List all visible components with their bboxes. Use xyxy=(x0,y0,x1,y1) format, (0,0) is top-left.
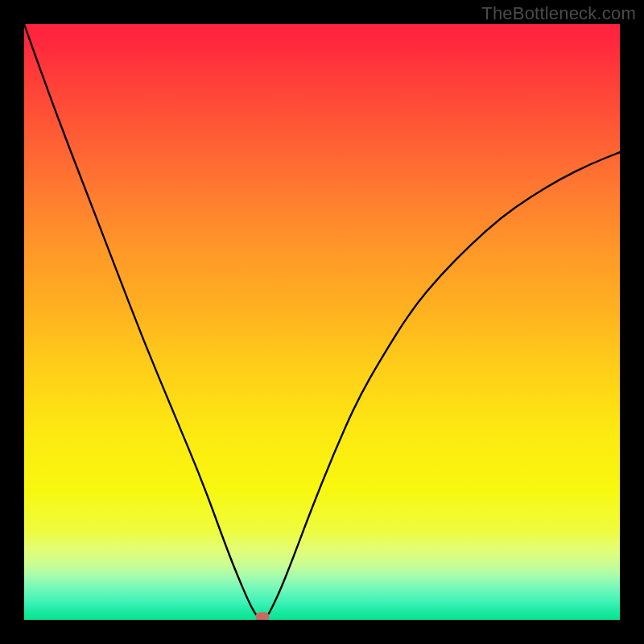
chart-plot-area xyxy=(24,24,620,620)
watermark-text: TheBottleneck.com xyxy=(481,3,636,24)
optimal-point-marker xyxy=(256,613,270,620)
chart-frame: TheBottleneck.com xyxy=(0,0,644,644)
bottleneck-curve xyxy=(24,24,620,620)
